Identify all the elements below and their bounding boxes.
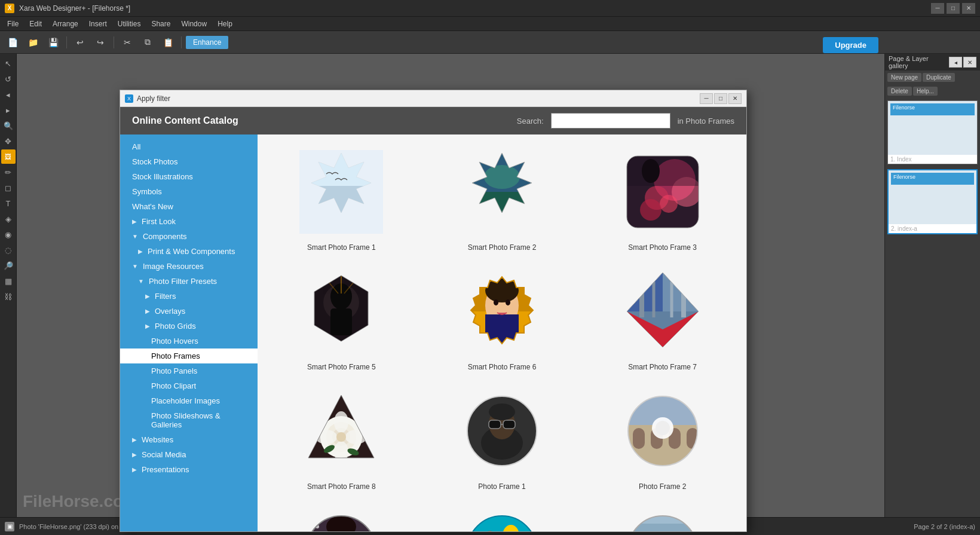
maximize-button[interactable]: □ bbox=[947, 3, 960, 14]
undo-button[interactable]: ↩ bbox=[71, 34, 89, 51]
pan-tool[interactable]: ✥ bbox=[1, 134, 16, 148]
content-item-pf4[interactable]: Photo Frame 4 bbox=[428, 503, 577, 531]
search-input[interactable] bbox=[551, 113, 670, 129]
cut-button[interactable]: ✂ bbox=[118, 34, 136, 51]
delete-page-button[interactable]: Delete bbox=[887, 87, 912, 96]
main-layout: ↖ ↺ ◂ ▸ 🔍 ✥ 🖼 ✏ ◻ T ◈ ◉ ◌ 🔎 ▦ ⛓ FileHors… bbox=[0, 54, 980, 517]
sidebar-item-stock-photos[interactable]: Stock Photos bbox=[120, 154, 258, 169]
zoom-tool[interactable]: 🔍 bbox=[1, 118, 16, 133]
sidebar-item-photo-grids[interactable]: ▶ Photo Grids bbox=[120, 319, 258, 334]
content-item-spf8[interactable]: Smart Photo Frame 8 bbox=[267, 383, 416, 491]
link-tool[interactable]: ⛓ bbox=[1, 289, 16, 304]
content-item-spf6[interactable]: Smart Photo Frame 6 bbox=[428, 264, 577, 371]
eraser-tool[interactable]: ◌ bbox=[1, 243, 16, 257]
sidebar-item-print-web[interactable]: ▶ Print & Web Components bbox=[120, 244, 258, 259]
shadow-tool[interactable]: ◉ bbox=[1, 227, 16, 241]
menu-insert[interactable]: Insert bbox=[84, 17, 112, 30]
content-item-spf2[interactable]: Smart Photo Frame 2 bbox=[428, 144, 577, 252]
menu-help[interactable]: Help bbox=[213, 17, 237, 30]
svg-point-36 bbox=[494, 299, 498, 305]
svg-point-35 bbox=[485, 279, 519, 302]
social-media-chevron: ▶ bbox=[132, 451, 137, 458]
content-item-pf1[interactable]: Photo Frame 1 bbox=[428, 383, 577, 491]
title-bar-left: X Xara Web Designer+ - [Filehorse *] bbox=[5, 4, 130, 13]
help-button[interactable]: Help... bbox=[913, 87, 938, 96]
sidebar-item-photo-hovers[interactable]: Photo Hovers bbox=[120, 334, 258, 348]
dialog-maximize[interactable]: □ bbox=[714, 93, 727, 104]
sidebar-item-websites[interactable]: ▶ Websites bbox=[120, 432, 258, 447]
right-panel-close[interactable]: ✕ bbox=[963, 57, 976, 68]
pf1-thumb bbox=[454, 383, 550, 479]
enhance-button[interactable]: Enhance bbox=[186, 36, 228, 49]
sidebar-item-social-media[interactable]: ▶ Social Media bbox=[120, 447, 258, 462]
rotate-tool[interactable]: ↺ bbox=[1, 72, 16, 86]
menu-file[interactable]: File bbox=[2, 17, 23, 30]
shape-tool[interactable]: ◻ bbox=[1, 181, 16, 195]
search-tool[interactable]: 🔎 bbox=[1, 258, 16, 273]
copy-button[interactable]: ⧉ bbox=[139, 34, 157, 51]
spf8-thumb bbox=[293, 383, 389, 479]
photo-grids-chevron: ▶ bbox=[145, 323, 150, 329]
new-page-button[interactable]: New page bbox=[887, 73, 921, 82]
duplicate-page-button[interactable]: Duplicate bbox=[923, 73, 955, 82]
select-tool[interactable]: ↖ bbox=[1, 56, 16, 71]
page-thumb-1[interactable]: Filenorse 1. Index bbox=[887, 100, 978, 164]
menu-share[interactable]: Share bbox=[146, 17, 175, 30]
new-button[interactable]: 📄 bbox=[4, 34, 22, 51]
content-item-spf1[interactable]: Smart Photo Frame 1 bbox=[267, 144, 416, 252]
sidebar-item-photo-frames[interactable]: Photo Frames bbox=[120, 348, 258, 363]
fill-tool[interactable]: ◈ bbox=[1, 212, 16, 226]
pen-tool[interactable]: ✏ bbox=[1, 165, 16, 179]
sidebar-item-photo-panels[interactable]: Photo Panels bbox=[120, 363, 258, 378]
menu-arrange[interactable]: Arrange bbox=[48, 17, 83, 30]
photo-tool[interactable]: 🖼 bbox=[1, 149, 16, 164]
content-item-pf5[interactable]: Photo Frame 5 bbox=[588, 503, 737, 531]
dialog-close[interactable]: ✕ bbox=[728, 93, 742, 104]
sidebar-item-first-look[interactable]: ▶ First Look bbox=[120, 214, 258, 229]
sidebar-item-presentations[interactable]: ▶ Presentations bbox=[120, 462, 258, 477]
menu-window[interactable]: Window bbox=[176, 17, 212, 30]
menu-edit[interactable]: Edit bbox=[24, 17, 47, 30]
redo-button[interactable]: ↪ bbox=[91, 34, 109, 51]
minimize-button[interactable]: ─ bbox=[931, 3, 944, 14]
next-tool[interactable]: ▸ bbox=[1, 103, 16, 117]
sidebar-item-photo-slideshows[interactable]: Photo Slideshows & Galleries bbox=[120, 408, 258, 432]
sidebar-item-photo-clipart[interactable]: Photo Clipart bbox=[120, 378, 258, 393]
sidebar-item-filters[interactable]: ▶ Filters bbox=[120, 289, 258, 304]
svg-point-18 bbox=[660, 195, 678, 213]
save-button[interactable]: 💾 bbox=[44, 34, 62, 51]
right-panel-expand[interactable]: ◂ bbox=[949, 57, 962, 68]
content-item-spf3[interactable]: Smart Photo Frame 3 bbox=[588, 144, 737, 252]
text-tool[interactable]: T bbox=[1, 196, 16, 210]
dialog-controls[interactable]: ─ □ ✕ bbox=[700, 93, 742, 104]
sidebar-item-placeholder-images[interactable]: Placeholder Images bbox=[120, 393, 258, 408]
prev-tool[interactable]: ◂ bbox=[1, 87, 16, 102]
sidebar-item-whats-new[interactable]: What's New bbox=[120, 199, 258, 214]
content-item-spf5[interactable]: Smart Photo Frame 5 bbox=[267, 264, 416, 371]
sidebar-item-components[interactable]: ▼ Components bbox=[120, 229, 258, 244]
grid-tool[interactable]: ▦ bbox=[1, 274, 16, 288]
page-thumb-2[interactable]: Filenorse 2. index-a bbox=[887, 169, 978, 234]
sidebar-item-symbols[interactable]: Symbols bbox=[120, 184, 258, 199]
sidebar-item-photo-filter[interactable]: ▼ Photo Filter Presets bbox=[120, 274, 258, 289]
svg-point-9 bbox=[484, 165, 520, 189]
sidebar-item-image-resources[interactable]: ▼ Image Resources bbox=[120, 259, 258, 274]
content-item-pf2[interactable]: Photo Frame 2 bbox=[588, 383, 737, 491]
paste-button[interactable]: 📋 bbox=[159, 34, 177, 51]
presentations-chevron: ▶ bbox=[132, 466, 137, 473]
dialog-minimize[interactable]: ─ bbox=[700, 93, 713, 104]
content-item-pf3[interactable]: Photo Frame 3 bbox=[267, 503, 416, 531]
sidebar-item-stock-illustrations[interactable]: Stock Illustrations bbox=[120, 169, 258, 184]
content-item-spf7[interactable]: Smart Photo Frame 7 bbox=[588, 264, 737, 371]
title-bar-controls[interactable]: ─ □ ✕ bbox=[931, 3, 975, 14]
pf3-thumb bbox=[293, 503, 389, 531]
open-button[interactable]: 📁 bbox=[24, 34, 42, 51]
svg-point-19 bbox=[640, 199, 662, 221]
close-button[interactable]: ✕ bbox=[962, 3, 975, 14]
svg-point-56 bbox=[345, 430, 367, 444]
right-panel-header: Page & Layer gallery ◂ ✕ bbox=[885, 54, 980, 71]
upgrade-button[interactable]: Upgrade bbox=[823, 37, 878, 53]
sidebar-item-overlays[interactable]: ▶ Overlays bbox=[120, 304, 258, 319]
sidebar-item-all[interactable]: All bbox=[120, 139, 258, 154]
menu-utilities[interactable]: Utilities bbox=[113, 17, 146, 30]
